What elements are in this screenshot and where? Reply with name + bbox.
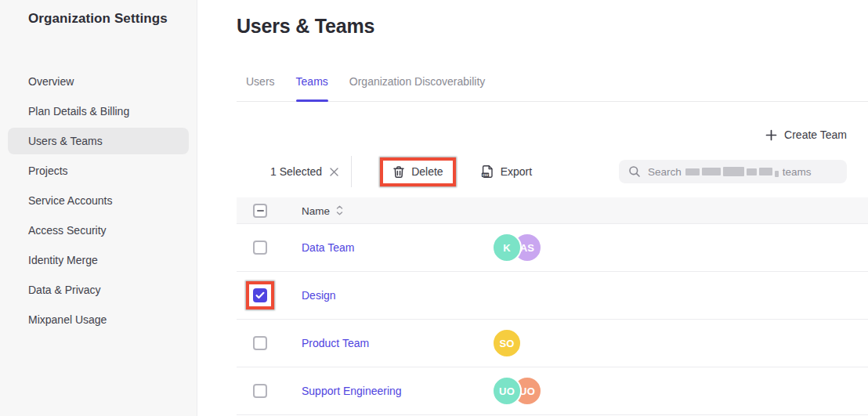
team-name-link[interactable]: Product Team: [302, 337, 369, 349]
main-content: Users & Teams Users Teams Organization D…: [197, 0, 868, 416]
trash-icon: [392, 165, 405, 179]
sidebar-item-access-security[interactable]: Access Security: [8, 217, 189, 244]
avatar: UO: [492, 376, 522, 406]
create-team-button[interactable]: Create Team: [765, 128, 847, 141]
tab-teams[interactable]: Teams: [296, 75, 328, 101]
name-column-header: Name: [302, 204, 330, 216]
sidebar-item-mixpanel-usage[interactable]: Mixpanel Usage: [8, 306, 189, 333]
delete-label: Delete: [411, 165, 443, 178]
delete-button[interactable]: Delete: [383, 161, 452, 183]
create-team-label: Create Team: [784, 128, 847, 141]
search-icon: [628, 165, 641, 178]
sidebar-item-users-teams[interactable]: Users & Teams: [8, 128, 189, 154]
selected-count-label: 1 Selected: [270, 165, 322, 178]
table-row: Support Engineering UO UO: [237, 367, 868, 415]
csv-file-icon: csv: [481, 165, 494, 179]
clear-selection-button[interactable]: [329, 167, 339, 177]
svg-text:csv: csv: [482, 173, 488, 177]
tab-organization-discoverability[interactable]: Organization Discoverability: [349, 75, 486, 101]
sidebar-item-plan-details-billing[interactable]: Plan Details & Billing: [8, 98, 189, 125]
export-button[interactable]: csv Export: [478, 160, 535, 183]
tab-bar: Users Teams Organization Discoverability: [237, 75, 868, 102]
toolbar-divider: [351, 156, 352, 187]
sidebar-item-service-accounts[interactable]: Service Accounts: [8, 187, 189, 214]
select-all-checkbox[interactable]: [253, 204, 267, 218]
team-name-link[interactable]: Design: [302, 289, 336, 302]
row-checkbox-support-engineering[interactable]: [253, 384, 267, 398]
avatar: SO: [492, 328, 522, 358]
page-title: Users & Teams: [237, 15, 374, 38]
toolbar: 1 Selected Delete: [237, 156, 847, 187]
sidebar-item-data-privacy[interactable]: Data & Privacy: [8, 277, 189, 303]
sidebar: Organization Settings Overview Plan Deta…: [0, 0, 197, 416]
table-row: Product Team SO: [237, 320, 868, 367]
team-name-link[interactable]: Support Engineering: [302, 385, 402, 397]
selection-indicator: 1 Selected: [270, 165, 339, 178]
row-checkbox-product-team[interactable]: [253, 336, 267, 350]
table-header-row: Name: [237, 197, 868, 224]
sort-icon[interactable]: [336, 205, 343, 216]
team-avatars: UO UO: [492, 376, 542, 406]
row-checkbox-data-team[interactable]: [253, 241, 267, 255]
sidebar-item-overview[interactable]: Overview: [8, 68, 189, 95]
search-placeholder: Search teams: [648, 166, 812, 178]
organization-settings-page: Organization Settings Overview Plan Deta…: [0, 0, 868, 416]
indeterminate-dash-icon: [257, 210, 264, 212]
redacted-text: [685, 167, 779, 177]
row-checkbox-design[interactable]: [253, 288, 267, 302]
avatar: K: [492, 233, 522, 262]
sidebar-title: Organization Settings: [0, 0, 197, 27]
tab-users[interactable]: Users: [246, 75, 275, 101]
sidebar-nav: Overview Plan Details & Billing Users & …: [0, 27, 197, 333]
teams-table: Name Data Team K AS: [237, 197, 868, 415]
sidebar-item-identity-merge[interactable]: Identity Merge: [8, 247, 189, 273]
table-row: Design: [237, 272, 868, 320]
search-input[interactable]: Search teams: [619, 160, 847, 183]
annotation-box-checkbox: [246, 281, 274, 309]
plus-icon: [765, 129, 777, 141]
team-avatars: K AS: [492, 233, 542, 262]
checkmark-icon: [255, 291, 265, 299]
table-row: Data Team K AS: [237, 224, 868, 272]
team-name-link[interactable]: Data Team: [302, 241, 354, 254]
team-avatars: SO: [492, 328, 522, 358]
annotation-box-delete: Delete: [380, 157, 455, 186]
sidebar-item-projects[interactable]: Projects: [8, 157, 189, 184]
export-label: Export: [501, 165, 532, 178]
